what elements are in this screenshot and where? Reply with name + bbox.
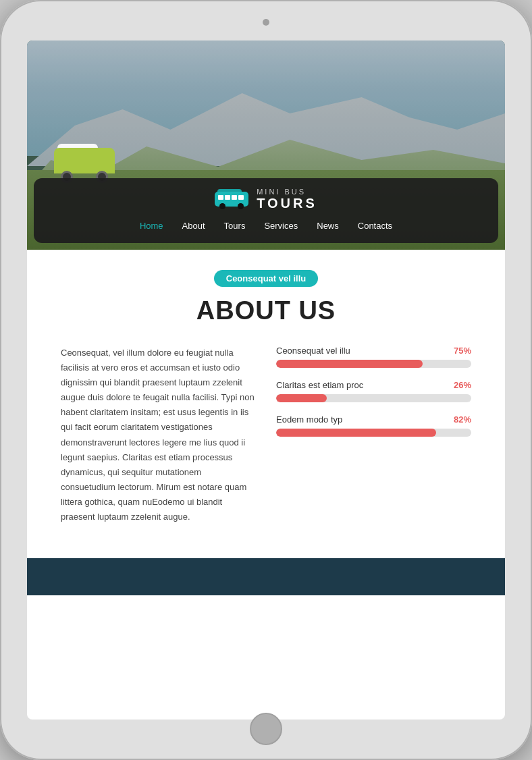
skill-header-1: Ceonsequat vel illu 75% [276, 346, 471, 356]
skill-header-3: Eodem modo typ 82% [276, 414, 471, 425]
skill-bar-bg-2 [276, 394, 471, 402]
bus-window-2 [225, 195, 230, 200]
skill-pct-2: 26% [454, 380, 471, 390]
skill-name-2: Claritas est etiam proc [276, 380, 363, 390]
skill-item-3: Eodem modo typ 82% [276, 414, 471, 437]
bus-wheel-left [219, 203, 225, 209]
tablet-home-button[interactable] [250, 713, 282, 745]
bus-wheel-right [238, 203, 244, 209]
navbar-brand: MINI BUS TOURS [215, 188, 317, 211]
skill-pct-1: 75% [454, 346, 471, 356]
skill-bar-bg-1 [276, 360, 471, 368]
skill-bar-bg-3 [276, 429, 471, 437]
skill-bar-fill-2 [276, 394, 327, 402]
tablet-screen: MINI BUS TOURS Home About Tours Services… [27, 40, 505, 720]
about-columns: Ceonsequat, vel illum dolore eu feugiat … [61, 346, 471, 524]
nav-link-news[interactable]: News [314, 219, 342, 232]
navbar: MINI BUS TOURS Home About Tours Services… [34, 178, 498, 243]
footer-strip [27, 558, 505, 595]
skill-header-2: Claritas est etiam proc 26% [276, 380, 471, 390]
section-badge: Ceonsequat vel illu [214, 270, 318, 287]
hero-van [54, 146, 115, 183]
content-area: Ceonsequat vel illu ABOUT US Ceonsequat,… [27, 250, 505, 538]
nav-link-services[interactable]: Services [261, 219, 300, 232]
screen-scroll[interactable]: MINI BUS TOURS Home About Tours Services… [27, 40, 505, 720]
nav-link-tours[interactable]: Tours [221, 219, 248, 232]
tablet-frame: MINI BUS TOURS Home About Tours Services… [0, 0, 532, 760]
van-body [54, 148, 115, 173]
skill-item-1: Ceonsequat vel illu 75% [276, 346, 471, 368]
bus-window-3 [232, 195, 237, 200]
brand-text: MINI BUS TOURS [257, 188, 317, 211]
nav-link-home[interactable]: Home [137, 219, 166, 232]
about-title: ABOUT US [61, 296, 471, 325]
hero-section: MINI BUS TOURS Home About Tours Services… [27, 40, 505, 250]
skill-item-2: Claritas est etiam proc 26% [276, 380, 471, 402]
skill-name-3: Eodem modo typ [276, 414, 342, 425]
skills-section: Ceonsequat vel illu 75% Claritas est eti… [276, 346, 471, 449]
brand-mini-label: MINI BUS [257, 188, 317, 196]
tablet-camera [263, 19, 269, 26]
skill-bar-fill-1 [276, 360, 423, 368]
brand-tours-label: TOURS [257, 196, 317, 211]
nav-links: Home About Tours Services News Contacts [137, 219, 395, 232]
skill-pct-3: 82% [454, 414, 471, 425]
bus-window-1 [218, 195, 223, 200]
nav-link-contacts[interactable]: Contacts [355, 219, 395, 232]
nav-link-about[interactable]: About [180, 219, 208, 232]
badge-wrap: Ceonsequat vel illu [61, 270, 471, 287]
skill-bar-fill-3 [276, 429, 436, 437]
skill-name-1: Ceonsequat vel illu [276, 346, 350, 356]
bus-window-4 [238, 195, 244, 200]
brand-bus-icon [215, 190, 248, 209]
about-body-text: Ceonsequat, vel illum dolore eu feugiat … [61, 346, 256, 524]
